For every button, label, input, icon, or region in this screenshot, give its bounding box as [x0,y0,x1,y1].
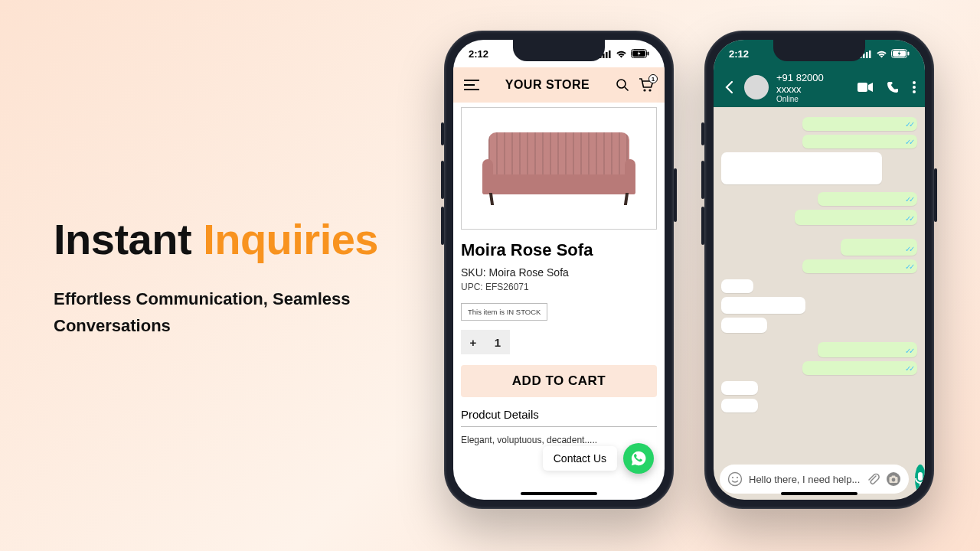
read-ticks-icon: ✓✓ [905,138,913,146]
quantity-stepper[interactable]: + 1 [461,330,510,354]
more-icon[interactable] [913,81,916,93]
store-brand: YOUR STORE [505,78,590,92]
read-ticks-icon: ✓✓ [905,214,913,223]
whatsapp-icon[interactable] [623,443,654,474]
chat-bubble-out[interactable]: ✓✓ [795,210,917,225]
product-image[interactable] [461,107,657,230]
read-ticks-icon: ✓✓ [905,245,913,253]
chat-input-bar: Hello there, I need help... [720,465,919,494]
chat-contact-info[interactable]: +91 82000 xxxxx Online [776,72,850,103]
home-indicator [781,492,858,495]
read-ticks-icon: ✓✓ [905,364,913,373]
stock-badge: This item is IN STOCK [461,303,547,321]
svg-point-12 [643,89,645,91]
product-upc: UPC: EFS26071 [461,282,657,292]
chat-bubble-out[interactable]: ✓✓ [802,117,917,131]
wifi-icon [876,50,887,58]
svg-rect-31 [892,476,896,478]
product-details-title: Prodcut Details [461,408,657,421]
svg-rect-17 [869,51,871,58]
svg-rect-3 [609,51,611,58]
voice-call-icon[interactable] [887,81,899,93]
hero-title-part1: Instant [54,215,203,263]
camera-icon[interactable] [886,471,901,487]
hero-subtitle: Effortless Communication, Seamless Conve… [54,285,383,339]
svg-point-22 [913,81,916,84]
status-time: 2:12 [469,48,488,60]
qty-value: 1 [485,336,510,349]
mic-button[interactable] [915,465,925,494]
add-to-cart-button[interactable]: ADD TO CART [461,365,657,397]
hero-text: Instant Inquiries Effortless Communicati… [54,214,383,339]
status-icons [860,49,910,58]
contact-us-label: Contact Us [543,446,617,471]
notch [513,40,605,61]
status-icons [599,49,649,58]
chat-bubble-in[interactable] [721,381,758,395]
qty-plus[interactable]: + [461,336,485,349]
svg-rect-32 [918,472,923,481]
svg-point-25 [729,473,742,486]
phone-chat: 2:12 +91 82000 xxxxx Online ✓✓ [704,31,934,509]
notch [773,40,865,61]
chat-bubble-out[interactable]: ✓✓ [818,192,917,206]
chat-status: Online [776,95,850,103]
svg-point-23 [913,86,916,89]
chat-bubble-out[interactable]: ✓✓ [802,135,917,148]
battery-icon [891,49,910,58]
chat-bubble-in[interactable] [721,318,767,333]
svg-point-10 [617,80,626,88]
emoji-icon[interactable] [727,471,743,487]
chat-bubble-out[interactable]: ✓✓ [818,342,917,357]
product-sku: SKU: Moira Rose Sofa [461,266,657,279]
svg-line-11 [625,87,629,91]
contact-us-chip[interactable]: Contact Us [543,443,654,474]
svg-rect-16 [866,52,868,58]
chat-input-text: Hello there, I need help... [749,474,860,485]
search-icon[interactable] [616,78,629,92]
chat-bubble-in[interactable] [721,297,805,314]
divider [461,426,657,427]
cart-badge: 1 [648,74,658,83]
avatar[interactable] [744,75,769,99]
svg-rect-2 [606,52,608,58]
svg-rect-20 [908,52,910,56]
store-header: YOUR STORE 1 [453,67,665,103]
svg-rect-6 [648,52,649,56]
battery-icon [631,49,649,58]
product-title: Moira Rose Sofa [461,240,657,260]
chat-bubble-in[interactable] [721,279,753,293]
status-time: 2:12 [729,48,749,60]
phone-store: 2:12 YOUR STORE 1 [444,31,674,509]
svg-point-26 [732,477,733,478]
chat-body[interactable]: ✓✓ ✓✓ ✓✓ ✓✓ ✓✓ ✓✓ ✓✓ ✓✓ [714,107,925,463]
chat-bubble-in[interactable] [721,152,882,184]
svg-point-30 [892,478,896,482]
back-icon[interactable] [723,80,737,94]
chat-bubble-in[interactable] [721,399,758,412]
home-indicator [521,492,597,495]
wifi-icon [616,50,627,58]
sofa-illustration [482,132,635,205]
hero-title: Instant Inquiries [54,214,383,264]
video-call-icon[interactable] [858,82,873,93]
svg-point-13 [648,89,651,91]
chat-text-input[interactable]: Hello there, I need help... [720,465,909,494]
chat-header: +91 82000 xxxxx Online [714,67,925,107]
chat-bubble-out[interactable]: ✓✓ [802,361,917,375]
svg-rect-21 [858,83,867,92]
hero-title-accent: Inquiries [203,215,378,263]
read-ticks-icon: ✓✓ [905,347,913,355]
read-ticks-icon: ✓✓ [905,262,913,271]
chat-number: +91 82000 xxxxx [776,72,850,95]
attach-icon[interactable] [866,472,880,486]
chat-bubble-out[interactable]: ✓✓ [841,239,917,256]
chat-bubble-out[interactable]: ✓✓ [802,259,917,273]
svg-point-27 [737,477,738,478]
svg-point-24 [913,90,916,93]
menu-icon[interactable] [464,80,479,90]
read-ticks-icon: ✓✓ [905,195,913,204]
cart-icon[interactable]: 1 [639,78,654,92]
read-ticks-icon: ✓✓ [905,120,913,129]
